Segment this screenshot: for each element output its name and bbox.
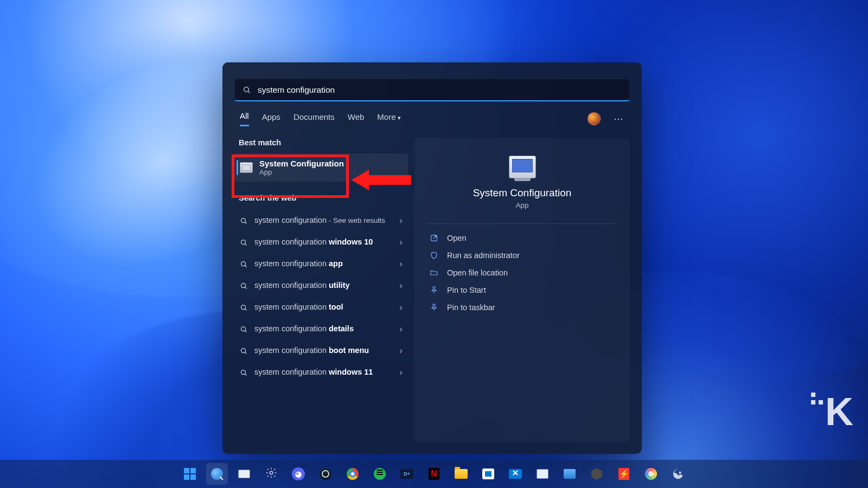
web-result-item[interactable]: system configuration app › bbox=[234, 253, 408, 275]
taskbar-search-button[interactable] bbox=[206, 463, 228, 485]
taskbar-app2[interactable] bbox=[559, 463, 580, 485]
search-icon bbox=[240, 347, 248, 355]
taskbar-chrome[interactable] bbox=[342, 463, 363, 485]
web-result-text: system configuration boot menu bbox=[254, 345, 393, 356]
web-result-item[interactable]: system configuration tool › bbox=[234, 297, 408, 318]
tab-web[interactable]: Web bbox=[348, 112, 365, 126]
web-result-item[interactable]: system configuration utility › bbox=[234, 275, 408, 297]
search-icon bbox=[240, 325, 248, 333]
web-result-text: system configuration windows 11 bbox=[254, 367, 393, 378]
search-icon bbox=[242, 86, 251, 94]
web-result-item[interactable]: system configuration - See web results › bbox=[234, 210, 408, 232]
svg-line-1 bbox=[248, 91, 250, 93]
search-icon bbox=[240, 217, 248, 225]
best-match-label: Best match bbox=[234, 138, 408, 147]
web-result-item[interactable]: system configuration windows 11 › bbox=[234, 362, 408, 383]
start-search-panel: All Apps Documents Web More▾ ⋯ Best matc… bbox=[222, 62, 642, 454]
search-icon bbox=[240, 239, 248, 247]
search-web-label: Search the web bbox=[234, 194, 408, 202]
preview-subtitle: App bbox=[426, 201, 618, 209]
app-large-icon bbox=[509, 156, 536, 178]
search-input[interactable] bbox=[258, 85, 622, 95]
chevron-right-icon: › bbox=[399, 345, 403, 356]
web-results-list: system configuration - See web results ›… bbox=[234, 210, 408, 383]
svg-line-9 bbox=[245, 287, 247, 288]
taskbar-mail[interactable] bbox=[505, 463, 526, 485]
taskbar-explorer[interactable] bbox=[450, 463, 472, 485]
svg-point-14 bbox=[241, 348, 246, 352]
taskbar-hex-app[interactable] bbox=[586, 463, 608, 485]
search-icon bbox=[240, 282, 248, 290]
best-match-result[interactable]: System Configuration App bbox=[234, 153, 408, 182]
action-pin-start[interactable]: Pin to Start bbox=[426, 281, 618, 299]
action-open-location[interactable]: Open file location bbox=[426, 264, 618, 281]
chevron-right-icon: › bbox=[399, 367, 403, 378]
web-result-text: system configuration app bbox=[254, 259, 393, 269]
taskbar-app1[interactable] bbox=[532, 463, 553, 485]
taskbar: ◕ D+ N ⚡ bbox=[0, 460, 868, 488]
web-result-item[interactable]: system configuration details › bbox=[234, 318, 408, 340]
svg-point-16 bbox=[241, 370, 246, 374]
preview-pane: System Configuration App Open Run as adm… bbox=[414, 138, 630, 442]
svg-point-20 bbox=[270, 471, 273, 474]
search-box[interactable] bbox=[234, 79, 630, 101]
action-open[interactable]: Open bbox=[426, 229, 618, 247]
search-icon bbox=[240, 304, 248, 312]
taskbar-netflix[interactable]: N bbox=[423, 463, 445, 485]
action-pin-taskbar[interactable]: Pin to taskbar bbox=[426, 299, 618, 316]
chevron-right-icon: › bbox=[399, 215, 403, 226]
tab-documents[interactable]: Documents bbox=[293, 112, 335, 126]
user-avatar[interactable] bbox=[588, 112, 601, 125]
best-match-title: System Configuration bbox=[259, 159, 344, 168]
divider bbox=[426, 223, 618, 224]
taskbar-bolt-app[interactable]: ⚡ bbox=[613, 463, 635, 485]
chevron-right-icon: › bbox=[399, 302, 403, 313]
svg-point-12 bbox=[241, 326, 246, 331]
taskbar-spotify[interactable] bbox=[369, 463, 391, 485]
svg-line-15 bbox=[245, 352, 247, 354]
taskbar-disney[interactable]: D+ bbox=[396, 463, 418, 485]
svg-line-17 bbox=[245, 374, 247, 375]
svg-point-2 bbox=[241, 218, 246, 222]
svg-point-6 bbox=[241, 261, 246, 266]
results-left-column: Best match System Configuration App Sear… bbox=[234, 138, 408, 442]
start-button[interactable] bbox=[179, 463, 201, 485]
chevron-right-icon: › bbox=[399, 280, 403, 291]
taskbar-settings[interactable] bbox=[260, 463, 282, 485]
task-view-button[interactable] bbox=[233, 463, 255, 485]
action-run-admin[interactable]: Run as administrator bbox=[426, 247, 618, 264]
search-icon bbox=[240, 369, 248, 377]
taskbar-steam2[interactable] bbox=[667, 463, 689, 485]
taskbar-discord[interactable]: ◕ bbox=[288, 463, 309, 485]
svg-line-5 bbox=[245, 243, 247, 245]
search-icon bbox=[240, 260, 248, 268]
svg-point-0 bbox=[244, 87, 249, 92]
web-result-text: system configuration details bbox=[254, 324, 393, 335]
open-icon bbox=[430, 234, 438, 242]
chevron-right-icon: › bbox=[399, 259, 403, 269]
taskbar-steam[interactable] bbox=[315, 463, 336, 485]
chevron-right-icon: › bbox=[399, 237, 403, 248]
web-result-item[interactable]: system configuration windows 10 › bbox=[234, 232, 408, 253]
web-result-text: system configuration utility bbox=[254, 280, 393, 291]
chevron-right-icon: › bbox=[399, 324, 403, 335]
tab-more[interactable]: More▾ bbox=[377, 112, 400, 126]
web-result-item[interactable]: system configuration boot menu › bbox=[234, 340, 408, 362]
tab-apps[interactable]: Apps bbox=[262, 112, 280, 126]
svg-line-7 bbox=[245, 265, 247, 267]
taskbar-paint[interactable] bbox=[640, 463, 662, 485]
search-tabs: All Apps Documents Web More▾ ⋯ bbox=[234, 111, 630, 126]
more-options-button[interactable]: ⋯ bbox=[614, 113, 624, 125]
pin-icon bbox=[430, 286, 438, 294]
taskbar-store[interactable] bbox=[477, 463, 499, 485]
svg-point-10 bbox=[241, 305, 246, 309]
svg-point-8 bbox=[241, 283, 246, 287]
best-match-subtitle: App bbox=[259, 168, 344, 176]
tab-all[interactable]: All bbox=[240, 111, 249, 126]
pin-icon bbox=[430, 303, 438, 312]
folder-icon bbox=[430, 268, 438, 277]
chevron-down-icon: ▾ bbox=[398, 114, 401, 121]
web-result-text: system configuration windows 10 bbox=[254, 237, 393, 248]
shield-icon bbox=[430, 251, 438, 260]
preview-title: System Configuration bbox=[426, 187, 618, 199]
